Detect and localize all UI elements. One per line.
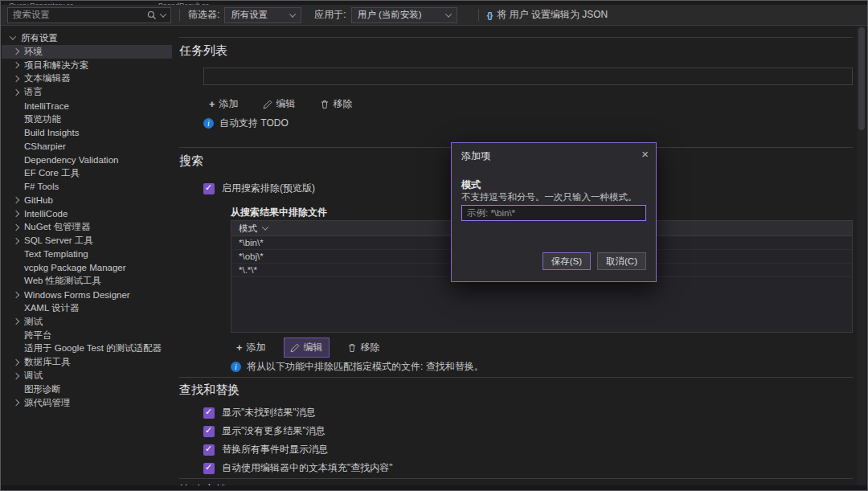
- checkbox-checked-icon[interactable]: [203, 183, 215, 194]
- sidebar-tree-item[interactable]: IntelliCode: [2, 207, 172, 221]
- filter-dropdown[interactable]: 所有设置: [224, 7, 301, 23]
- sidebar-tree-item[interactable]: EF Core 工具: [2, 166, 172, 180]
- tree-item-label: Windows Forms Designer: [24, 290, 130, 300]
- chevron-right-icon: [13, 318, 19, 325]
- checkbox-label: 显示"没有更多结果"消息: [222, 424, 326, 438]
- filter-dropdown-value: 所有设置: [231, 9, 284, 21]
- add-item-dialog: 添加项 模式 不支持逗号和分号。一次只输入一种模式。 示例: *\bin\* 保…: [451, 142, 657, 282]
- pattern-hint: 不支持逗号和分号。一次只输入一种模式。: [461, 191, 637, 203]
- chevron-right-icon: [13, 224, 19, 231]
- sidebar-tree-item[interactable]: Web 性能测试工具: [2, 275, 172, 288]
- sidebar-tree-item[interactable]: 语言: [2, 85, 172, 99]
- sidebar-tree-item[interactable]: SQL Server 工具: [2, 234, 172, 248]
- checkbox-row[interactable]: 显示"没有更多结果"消息: [203, 425, 393, 437]
- edit-json-label: 将 用户 设置编辑为 JSON: [497, 8, 608, 22]
- exclusions-info: 将从以下功能中排除匹配指定模式的文件: 查找和替换。: [231, 360, 484, 374]
- sidebar-tree-item[interactable]: Dependency Validation: [2, 153, 172, 166]
- chevron-right-icon: [13, 358, 19, 365]
- checkbox-row[interactable]: 显示"未找到结果"消息: [203, 407, 393, 419]
- applies-to-dropdown-value: 用户 (当前安装): [358, 9, 440, 21]
- vertical-scrollbar[interactable]: [857, 26, 866, 485]
- remove-button[interactable]: 移除: [342, 338, 386, 357]
- applies-to-dropdown[interactable]: 用户 (当前安装): [351, 7, 457, 23]
- sidebar-tree-item[interactable]: Windows Forms Designer: [2, 288, 172, 301]
- chevron-down-icon: [289, 10, 296, 17]
- sidebar-tree-item[interactable]: 项目和解决方案: [2, 59, 172, 72]
- add-button[interactable]: 添加: [231, 338, 272, 357]
- settings-tree-sidebar: 所有设置 环境 项目和解决方案 文本编辑器 语言: [2, 26, 172, 485]
- remove-button-label: 移除: [361, 341, 380, 354]
- tree-root-label: 所有设置: [21, 32, 58, 44]
- sidebar-tree-item[interactable]: Text Templating: [2, 248, 172, 261]
- checkbox-row[interactable]: 自动使用编辑器中的文本填充"查找内容": [203, 462, 393, 474]
- search-icon[interactable]: [147, 10, 157, 20]
- scrollbar-thumb[interactable]: [858, 27, 865, 130]
- info-icon: [203, 118, 214, 129]
- tree-item-label: 环境: [24, 46, 43, 58]
- sidebar-tree-item[interactable]: NuGet 包管理器: [2, 220, 172, 234]
- exclusions-buttons: 添加 编辑 移除: [231, 338, 386, 357]
- search-heading: 搜索: [179, 153, 203, 169]
- tree-root-all-settings[interactable]: 所有设置: [2, 31, 172, 45]
- sidebar-tree-item[interactable]: 测试: [2, 315, 172, 329]
- checkbox-checked-icon[interactable]: [203, 426, 215, 437]
- checkbox-row[interactable]: 替换所有事件时显示消息: [203, 444, 393, 456]
- checkbox-label: 自动使用编辑器中的文本填充"查找内容": [222, 461, 393, 475]
- sidebar-tree-item[interactable]: 源代码管理: [2, 396, 172, 410]
- sidebar-tree-item[interactable]: GitHub: [2, 194, 172, 207]
- chevron-right-icon: [13, 48, 19, 55]
- close-icon[interactable]: [641, 149, 649, 159]
- checkbox-checked-icon[interactable]: [203, 444, 215, 456]
- section-divider: [179, 377, 853, 378]
- sidebar-tree-item[interactable]: Build Insights: [2, 126, 172, 140]
- info-icon: [231, 362, 241, 372]
- search-input[interactable]: 搜索设置: [7, 7, 171, 23]
- task-list-buttons: 添加 编辑 移除: [203, 95, 358, 113]
- section-divider: [179, 37, 853, 38]
- task-list-tokens-field[interactable]: [203, 68, 853, 85]
- edit-button[interactable]: 编辑: [257, 95, 301, 113]
- section-divider: [179, 478, 853, 479]
- chevron-right-icon: [13, 197, 19, 203]
- enable-search-exclusions-checkbox-row[interactable]: 启用搜索排除(预览版): [203, 182, 315, 195]
- tree-item-label: 测试: [24, 316, 43, 328]
- dialog-buttons: 保存(S) 取消(C): [542, 252, 646, 270]
- edit-button[interactable]: 编辑: [285, 338, 329, 357]
- tree-item-label: F# Tools: [24, 182, 59, 191]
- sidebar-tree-item[interactable]: XAML 设计器: [2, 301, 172, 315]
- checkbox-checked-icon[interactable]: [203, 463, 215, 474]
- add-button-label: 添加: [219, 97, 239, 111]
- add-button[interactable]: 添加: [203, 95, 244, 113]
- chevron-right-icon: [13, 291, 19, 297]
- checkbox-label: 替换所有事件时显示消息: [222, 443, 328, 456]
- chevron-right-icon: [13, 62, 19, 68]
- sidebar-tree-item[interactable]: 预览功能: [2, 113, 172, 126]
- sidebar-tree-item[interactable]: 环境: [2, 45, 172, 59]
- pattern-input[interactable]: 示例: *\bin\*: [461, 205, 646, 221]
- pattern-cell: *\bin\*: [239, 238, 264, 248]
- sidebar-tree-item[interactable]: 跨平台: [2, 329, 172, 342]
- sidebar-tree-item[interactable]: CSharpier: [2, 140, 172, 153]
- pattern-cell: *\obj\*: [239, 252, 264, 261]
- search-options-chevron-icon[interactable]: [160, 10, 166, 17]
- dialog-titlebar: 添加项: [452, 143, 656, 163]
- tree-item-label: IntelliCode: [24, 209, 68, 219]
- dialog-title: 添加项: [461, 149, 490, 163]
- edit-json-link[interactable]: 将 用户 设置编辑为 JSON: [487, 8, 608, 22]
- sidebar-tree-item[interactable]: IntelliTrace: [2, 99, 172, 113]
- sidebar-tree-item[interactable]: F# Tools: [2, 180, 172, 194]
- sidebar-tree-item[interactable]: 适用于 Google Test 的测试适配器: [2, 342, 172, 356]
- remove-button[interactable]: 移除: [314, 95, 358, 113]
- task-list-info: 自动支持 TODO: [203, 117, 289, 130]
- checkbox-checked-icon[interactable]: [203, 407, 215, 419]
- sidebar-tree-item[interactable]: 图形诊断: [2, 383, 172, 396]
- sidebar-tree-item[interactable]: 数据库工具: [2, 355, 172, 369]
- save-button[interactable]: 保存(S): [542, 252, 591, 270]
- sidebar-tree-item[interactable]: vcpkg Package Manager: [2, 261, 172, 275]
- cancel-button[interactable]: 取消(C): [597, 252, 646, 270]
- pattern-label: 模式: [461, 178, 481, 192]
- tree-item-label: 跨平台: [24, 329, 52, 342]
- find-replace-options: 显示"未找到结果"消息 显示"没有更多结果"消息 替换所有事件时显示消息 自动使…: [203, 407, 393, 481]
- sidebar-tree-item[interactable]: 调试: [2, 369, 172, 383]
- sidebar-tree-item[interactable]: 文本编辑器: [2, 72, 172, 86]
